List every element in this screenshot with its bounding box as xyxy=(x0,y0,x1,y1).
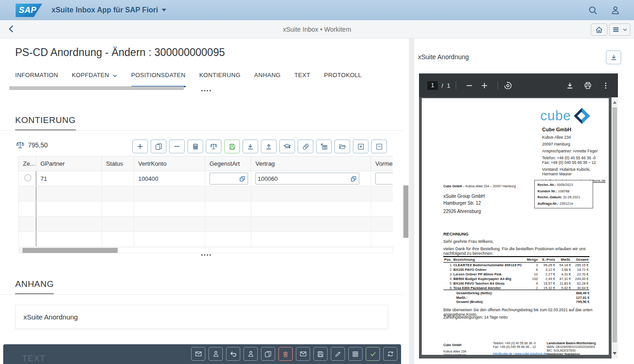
attachment-download-button[interactable] xyxy=(606,50,621,64)
home-icon xyxy=(595,26,603,34)
left-panel-scrollbar-thumb[interactable] xyxy=(403,185,408,238)
print-button[interactable] xyxy=(584,82,592,90)
overflow-menu-button[interactable] xyxy=(609,23,630,36)
invoice-footer-links[interactable]: info@cube.de | www.cube-solutions.de xyxy=(493,352,547,355)
tab-kontierung[interactable]: KONTIERUNG xyxy=(199,72,241,87)
pdf-page-input[interactable]: 1 xyxy=(427,81,438,90)
envelope-button[interactable] xyxy=(191,347,205,361)
horizontal-scrollbar-thumb[interactable] xyxy=(9,86,184,90)
attachment-item[interactable]: xSuite Anordnung xyxy=(15,305,388,329)
sap-logo-text: SAP xyxy=(19,6,37,15)
meta-label: Auftrags-Nr.: xyxy=(538,202,559,206)
invoice-phone: Telefon: +49 (0) 40 55 66 36 -0 xyxy=(542,156,596,160)
remove-row-button[interactable] xyxy=(169,140,185,153)
edit-button[interactable] xyxy=(331,347,345,361)
approve-button[interactable] xyxy=(366,347,380,361)
copy-button[interactable] xyxy=(261,347,275,361)
invoice-item-row: 4BB500 Budget Kopierpapier A4 80g1002,49… xyxy=(443,276,589,281)
invoice-footer-col2: Telefon: +49 (0) 40 55 66 36 -0 Fax: +49… xyxy=(493,342,547,355)
nav-bar: xSuite Inbox • Workitem xyxy=(0,20,634,39)
splitter-grip[interactable] xyxy=(201,254,211,256)
user-icon[interactable] xyxy=(611,6,620,15)
collapse-all-button[interactable] xyxy=(371,140,387,153)
tab-text[interactable]: TEXT xyxy=(294,72,310,87)
save-icon xyxy=(317,351,324,358)
rotate-button[interactable] xyxy=(504,81,512,90)
add-row-button[interactable] xyxy=(132,140,148,153)
scroll-up-arrow[interactable] xyxy=(613,101,617,104)
scroll-down-arrow[interactable] xyxy=(613,352,617,355)
cube-logo: cube xyxy=(540,107,590,124)
invoice-doc-title: RECHNUNG xyxy=(443,231,469,236)
save-button[interactable] xyxy=(224,140,240,153)
graduation-cap-button[interactable] xyxy=(279,140,295,153)
balance-value: 795,50 xyxy=(28,141,48,149)
workitem-detail-panel: PS-CD Anordnung - Ändern : 300000000095 … xyxy=(0,39,403,364)
gegenstart-input[interactable] xyxy=(209,173,248,185)
hamburger-icon xyxy=(612,26,620,34)
invoice-company-city: 20097 Hamburg xyxy=(542,142,570,146)
pdf-scrollbar-thumb[interactable] xyxy=(612,107,617,342)
refresh-button[interactable] xyxy=(383,347,397,361)
shell-header: SAP xSuite Inbox App für SAP Fiori xyxy=(0,0,634,20)
col-header-gpartner[interactable]: GPartner xyxy=(36,157,102,171)
app-title-menu[interactable]: xSuite Inbox App für SAP Fiori xyxy=(51,0,166,20)
col-header-vertrag[interactable]: Vertrag xyxy=(251,157,371,171)
coins-button[interactable] xyxy=(298,140,313,153)
copy-table-button[interactable] xyxy=(316,140,332,153)
pdf-download-button[interactable] xyxy=(566,82,574,90)
panel-splitter[interactable] xyxy=(409,39,414,364)
search-icon[interactable] xyxy=(588,6,598,15)
value-help-icon[interactable] xyxy=(239,176,245,182)
kontierung-toolbar xyxy=(132,140,387,153)
chevron-down-icon xyxy=(622,27,628,33)
tab-positionsdaten[interactable]: POSITIONSDATEN xyxy=(131,72,186,87)
delete-button[interactable] xyxy=(278,347,293,361)
zoom-in-button[interactable] xyxy=(481,82,488,90)
expand-all-button[interactable] xyxy=(353,140,368,153)
tab-anhang[interactable]: ANHANG xyxy=(254,72,280,87)
vertrag-input[interactable]: 100060 xyxy=(255,173,359,185)
check-icon xyxy=(369,350,377,358)
invoice-fax: Fax: +49 (0) 040 55 66 38 – 12 xyxy=(542,160,596,165)
more-options-button[interactable] xyxy=(602,82,610,90)
vormerk-input[interactable] xyxy=(375,173,393,185)
tab-information[interactable]: INFORMATION xyxy=(15,72,58,87)
balance-check-button[interactable] xyxy=(206,140,221,153)
copy-row-button[interactable] xyxy=(151,140,166,153)
page-title: PS-CD Anordnung - Ändern : 300000000095 xyxy=(15,46,225,59)
invoice-item-row: 5BX100 PAVO Taschen A4 Gloss415,57 €11,8… xyxy=(443,281,589,286)
assign-user-button[interactable] xyxy=(209,347,223,361)
kontierung-section-title: KONTIERUNG xyxy=(15,115,76,130)
col-header-status[interactable]: Status xyxy=(102,157,134,171)
balance-scale-icon xyxy=(16,141,24,149)
preview-title: xSuite Anordnung xyxy=(418,53,469,61)
home-button[interactable] xyxy=(591,23,607,36)
table-row: 71 100400 100060 xyxy=(19,171,393,186)
zoom-out-button[interactable] xyxy=(465,82,473,90)
tab-kopfdaten[interactable]: KOPFDATEN xyxy=(72,72,117,87)
splitter-grip[interactable] xyxy=(201,90,211,91)
col-header-zeile[interactable]: Ze... xyxy=(19,157,36,171)
open-folder-button[interactable] xyxy=(334,140,350,153)
save-button[interactable] xyxy=(313,347,328,361)
download-icon xyxy=(610,54,617,61)
calculator-button[interactable] xyxy=(187,140,203,153)
table-horizontal-scrollbar xyxy=(18,247,393,253)
substitute-user-button[interactable] xyxy=(243,347,258,361)
upload-button[interactable] xyxy=(261,140,277,153)
row-select-radio[interactable] xyxy=(24,174,31,181)
download-button[interactable] xyxy=(243,140,258,153)
pdf-toolbar: 1 / 1 xyxy=(419,73,618,97)
envelope-button-2[interactable] xyxy=(296,347,310,361)
col-header-vertrkonto[interactable]: VertrKonto xyxy=(134,157,205,171)
table-scrollbar-thumb[interactable] xyxy=(23,248,118,253)
value-help-icon[interactable] xyxy=(351,176,357,182)
grid-icon xyxy=(352,351,359,358)
undo-button[interactable] xyxy=(226,347,240,361)
sap-logo[interactable]: SAP xyxy=(16,4,42,17)
table-view-button[interactable] xyxy=(348,347,362,361)
col-header-vormerk[interactable]: Vormerk xyxy=(371,157,393,171)
tab-protokoll[interactable]: PROTOKOLL xyxy=(324,72,362,87)
col-header-gegenstart[interactable]: GegenstArt xyxy=(205,157,251,171)
